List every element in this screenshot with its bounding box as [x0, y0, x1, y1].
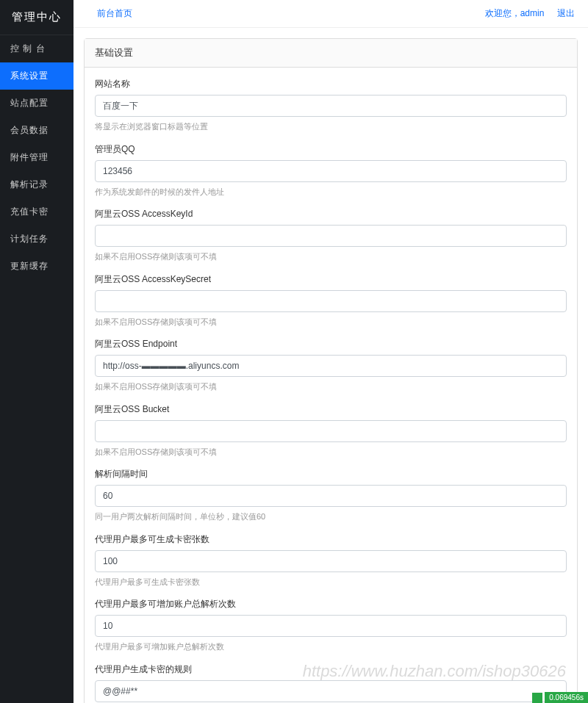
sidebar-item-update-cache[interactable]: 更新缓存 [0, 253, 74, 280]
sidebar-item-site-config[interactable]: 站点配置 [0, 90, 74, 117]
sidebar-title: 管理中心 [0, 0, 74, 35]
sidebar-item-recharge-card[interactable]: 充值卡密 [0, 198, 74, 226]
oss-secret-input[interactable] [95, 290, 567, 312]
oss-endpoint-input[interactable] [95, 355, 567, 377]
sidebar-item-dashboard[interactable]: 控 制 台 [0, 35, 74, 62]
oss-bucket-input[interactable] [95, 420, 567, 442]
timer-icon [532, 693, 542, 703]
agent-max-cards-input[interactable] [95, 550, 567, 572]
main: 前台首页 欢迎您，admin 退出 基础设置 网站名称 将显示在浏览器窗口标题等… [74, 0, 588, 703]
oss-bucket-hint: 如果不启用OSS存储则该项可不填 [95, 446, 567, 458]
admin-qq-hint: 作为系统发邮件的时候的发件人地址 [95, 186, 567, 198]
welcome-text: 欢迎您，admin [485, 8, 545, 18]
topbar-right: 欢迎您，admin 退出 [475, 7, 575, 20]
sidebar-item-attachment[interactable]: 附件管理 [0, 144, 74, 171]
parse-interval-label: 解析间隔时间 [95, 468, 567, 480]
agent-max-cards-hint: 代理用户最多可生成卡密张数 [95, 576, 567, 588]
sidebar-item-member-data[interactable]: 会员数据 [0, 117, 74, 144]
home-link[interactable]: 前台首页 [97, 7, 132, 20]
settings-panel: 基础设置 网站名称 将显示在浏览器窗口标题等位置 管理员QQ 作为系统发邮件的时… [84, 38, 578, 703]
parse-interval-input[interactable] [95, 485, 567, 507]
oss-secret-hint: 如果不启用OSS存储则该项可不填 [95, 316, 567, 328]
oss-bucket-label: 阿里云OSS Bucket [95, 403, 567, 416]
site-name-input[interactable] [95, 95, 567, 117]
timer-badge: 0.069456s [545, 692, 588, 703]
sidebar-item-parse-record[interactable]: 解析记录 [0, 171, 74, 198]
oss-secret-label: 阿里云OSS AccessKeySecret [95, 273, 567, 286]
sidebar-item-cron[interactable]: 计划任务 [0, 226, 74, 253]
card-rule-label: 代理用户生成卡密的规则 [95, 663, 567, 676]
oss-accesskey-hint: 如果不启用OSS存储则该项可不填 [95, 250, 567, 263]
oss-accesskey-label: 阿里云OSS AccessKeyId [95, 208, 567, 220]
oss-endpoint-label: 阿里云OSS Endpoint [95, 338, 567, 350]
panel-title: 基础设置 [85, 39, 577, 68]
agent-max-parse-hint: 代理用户最多可增加账户总解析次数 [95, 641, 567, 653]
topbar: 前台首页 欢迎您，admin 退出 [74, 0, 588, 28]
sidebar: 管理中心 控 制 台 系统设置 站点配置 会员数据 附件管理 解析记录 充值卡密… [0, 0, 74, 703]
admin-qq-input[interactable] [95, 160, 567, 182]
agent-max-parse-label: 代理用户最多可增加账户总解析次数 [95, 598, 567, 610]
oss-endpoint-hint: 如果不启用OSS存储则该项可不填 [95, 381, 567, 393]
site-name-label: 网站名称 [95, 78, 567, 90]
site-name-hint: 将显示在浏览器窗口标题等位置 [95, 120, 567, 133]
agent-max-cards-label: 代理用户最多可生成卡密张数 [95, 533, 567, 546]
logout-link[interactable]: 退出 [557, 8, 575, 18]
admin-qq-label: 管理员QQ [95, 143, 567, 156]
oss-accesskey-input[interactable] [95, 225, 567, 247]
card-rule-input[interactable] [95, 680, 567, 702]
agent-max-parse-input[interactable] [95, 615, 567, 637]
sidebar-item-system-settings[interactable]: 系统设置 [0, 62, 74, 90]
parse-interval-hint: 同一用户两次解析间隔时间，单位秒，建议值60 [95, 511, 567, 523]
